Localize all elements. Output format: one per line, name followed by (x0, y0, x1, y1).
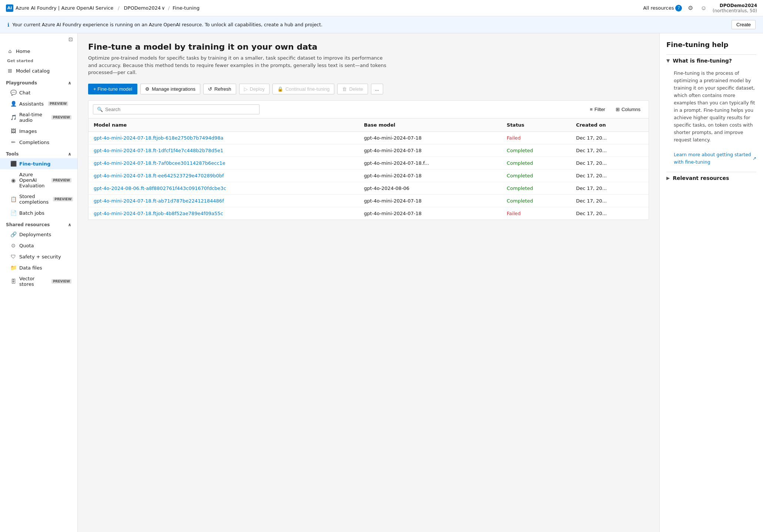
table-row: gpt-4o-2024-08-06.ft-a8f8802761f443c0916… (88, 182, 649, 194)
sidebar-item-model-catalog[interactable]: ⊞ Model catalog (0, 65, 77, 77)
status-badge: Failed (502, 207, 571, 220)
section-what-is-fine-tuning[interactable]: ▼ What is fine-tuning? (666, 54, 756, 67)
col-header-created-on: Created on (571, 118, 649, 132)
continual-icon: 🔒 (277, 86, 283, 92)
sidebar-item-stored-completions[interactable]: 📋 Stored completions PREVIEW (0, 191, 77, 207)
model-name-link[interactable]: gpt-4o-2024-08-06.ft-a8f8802761f443c0916… (94, 185, 226, 191)
sidebar-item-chat[interactable]: 💬 Chat (0, 87, 77, 98)
created-on-cell: Dec 17, 20... (571, 182, 649, 194)
settings-icon[interactable]: ⚙ (686, 3, 695, 13)
created-on-cell: Dec 17, 20... (571, 131, 649, 144)
delete-button[interactable]: 🗑 Delete (337, 84, 368, 94)
created-on-cell: Dec 17, 20... (571, 169, 649, 182)
refresh-button[interactable]: ↺ Refresh (203, 84, 236, 94)
model-name-link[interactable]: gpt-4o-mini-2024-07-18.ft-7af0bcee301142… (94, 160, 225, 166)
sidebar-item-batch-jobs[interactable]: 📄 Batch jobs (0, 207, 77, 218)
page-subtitle: Optimize pre-trained models for specific… (88, 54, 392, 76)
user-sub: (northcentralus, 50) (713, 8, 757, 13)
deployments-icon: 🔗 (10, 231, 16, 237)
stored-completions-icon: 📋 (10, 196, 16, 202)
sidebar-item-home[interactable]: ⌂ Home (0, 45, 77, 57)
table-toolbar: 🔍 ≡ Filter ⊞ Columns (88, 101, 649, 118)
app-logo: AI Azure AI Foundry | Azure OpenAI Servi… (6, 4, 113, 12)
sidebar-item-fine-tuning[interactable]: ⬛ Fine-tuning (0, 158, 77, 169)
user-name: DPODemo2024 (713, 3, 757, 8)
sidebar-item-quota[interactable]: ⊙ Quota (0, 240, 77, 251)
status-badge: Completed (502, 169, 571, 182)
realtime-preview-badge: PREVIEW (51, 115, 71, 120)
filter-button[interactable]: ≡ Filter (586, 105, 609, 114)
sidebar-section-tools[interactable]: Tools ∧ (0, 148, 77, 158)
columns-button[interactable]: ⊞ Columns (612, 105, 644, 114)
section-relevant-resources[interactable]: ▶ Relevant resources (666, 172, 756, 184)
more-options-button[interactable]: ... (371, 84, 383, 94)
external-link-icon: ↗ (753, 155, 756, 162)
app-title: Azure AI Foundry | Azure OpenAI Service (16, 5, 113, 11)
stored-completions-preview-badge: PREVIEW (53, 197, 73, 201)
assistants-preview-badge: PREVIEW (48, 101, 68, 106)
table-container: 🔍 ≡ Filter ⊞ Columns (88, 100, 649, 220)
table-row: gpt-4o-mini-2024-07-18.ft-7af0bcee301142… (88, 157, 649, 169)
sidebar-model-catalog-label: Model catalog (16, 68, 50, 74)
right-panel-title: Fine-tuning help (666, 41, 756, 48)
sidebar-item-get-started[interactable]: Get started (0, 57, 77, 65)
section1-content: Fine-tuning is the process of optimizing… (666, 67, 756, 170)
sidebar-item-deployments[interactable]: 🔗 Deployments (0, 229, 77, 240)
sidebar-home-label: Home (16, 48, 30, 54)
table-row: gpt-4o-mini-2024-07-18.ftjob-618e2750b7b… (88, 131, 649, 144)
get-started-label: Get started (7, 58, 33, 63)
sidebar-item-images[interactable]: 🖼 Images (0, 126, 77, 137)
manage-integrations-button[interactable]: ⚙ Manage integrations (140, 84, 200, 94)
sidebar-item-vector-stores[interactable]: 🗄 Vector stores PREVIEW (0, 273, 77, 290)
sidebar-item-completions[interactable]: ✏ Completions (0, 137, 77, 148)
page-title: Fine-tune a model by training it on your… (88, 42, 649, 51)
sidebar-item-data-files[interactable]: 📁 Data files (0, 262, 77, 273)
all-resources[interactable]: All resources 7 (643, 5, 682, 11)
sidebar-item-assistants[interactable]: 👤 Assistants PREVIEW (0, 98, 77, 109)
base-model-cell: gpt-4o-mini-2024-07-18 (359, 144, 502, 157)
data-files-icon: 📁 (10, 265, 16, 271)
deploy-icon: ▷ (244, 86, 248, 92)
deploy-button[interactable]: ▷ Deploy (239, 84, 270, 94)
model-name-link[interactable]: gpt-4o-mini-2024-07-18.ft-ab71d787be2241… (94, 198, 224, 204)
eval-preview-badge: PREVIEW (51, 178, 71, 183)
sidebar-section-playgrounds[interactable]: Playgrounds ∧ (0, 77, 77, 87)
sidebar-section-shared-resources[interactable]: Shared resources ∧ (0, 218, 77, 229)
right-panel: Fine-tuning help ▼ What is fine-tuning? … (659, 33, 763, 532)
images-icon: 🖼 (10, 128, 16, 134)
sidebar-toggle-button[interactable]: ⊡ (68, 36, 73, 42)
user-info: DPODemo2024 (northcentralus, 50) (713, 3, 757, 13)
help-icon[interactable]: ☺ (699, 3, 708, 13)
model-catalog-icon: ⊞ (7, 68, 13, 74)
model-name-link[interactable]: gpt-4o-mini-2024-07-18.ftjob-4b8f52ae789… (94, 211, 223, 216)
fine-tune-model-button[interactable]: + Fine-tune model (88, 84, 137, 94)
model-name-link[interactable]: gpt-4o-mini-2024-07-18.ft-ee642523729e47… (94, 173, 224, 178)
sidebar-item-realtime-audio[interactable]: 🎵 Real-time audio PREVIEW (0, 109, 77, 126)
base-model-cell: gpt-4o-mini-2024-07-18 (359, 131, 502, 144)
completions-icon: ✏ (10, 139, 16, 145)
status-badge: Completed (502, 157, 571, 169)
logo-icon: AI (6, 4, 13, 12)
breadcrumb-page: Fine-tuning (173, 5, 200, 11)
safety-icon: 🛡 (10, 254, 16, 260)
model-name-link[interactable]: gpt-4o-mini-2024-07-18.ft-1dfcf1f4e7c448… (94, 148, 223, 153)
table-row: gpt-4o-mini-2024-07-18.ft-ee642523729e47… (88, 169, 649, 182)
section2-title: Relevant resources (673, 175, 729, 181)
learn-more-link[interactable]: Learn more about getting started with fi… (674, 151, 756, 166)
sidebar-item-safety-security[interactable]: 🛡 Safety + security (0, 251, 77, 262)
chevron-down-icon-section1: ▼ (666, 58, 670, 63)
topbar: AI Azure AI Foundry | Azure OpenAI Servi… (0, 0, 763, 16)
base-model-cell: gpt-4o-mini-2024-07-18 (359, 207, 502, 220)
table-header-row: Model name Base model Status Created on (88, 118, 649, 132)
chevron-up-icon-shared: ∧ (68, 222, 71, 227)
search-box: 🔍 (93, 104, 260, 114)
sidebar-item-azure-openai-eval[interactable]: ◉ Azure OpenAI Evaluation PREVIEW (0, 169, 77, 191)
search-input[interactable] (105, 107, 255, 112)
breadcrumb-workspace[interactable]: DPODemo2024 ∨ (124, 5, 165, 11)
breadcrumb: DPODemo2024 ∨ / Fine-tuning (124, 5, 200, 11)
filter-icon: ≡ (590, 107, 593, 112)
continual-fine-tuning-button[interactable]: 🔒 Continual fine-tuning (272, 84, 334, 94)
banner-create-button[interactable]: Create (732, 20, 756, 29)
model-name-link[interactable]: gpt-4o-mini-2024-07-18.ftjob-618e2750b7b… (94, 135, 223, 141)
fine-tuning-icon: ⬛ (10, 161, 16, 167)
